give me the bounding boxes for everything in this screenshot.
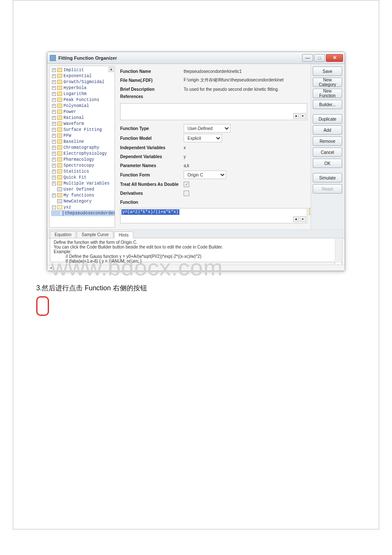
expand-toggle-icon[interactable]: + bbox=[52, 182, 56, 185]
reset-button[interactable]: Reset bbox=[313, 184, 342, 194]
tree-item-pfw[interactable]: +PFW bbox=[51, 133, 115, 139]
remove-button[interactable]: Remove bbox=[313, 136, 342, 146]
expand-toggle-icon[interactable]: + bbox=[52, 176, 56, 179]
expand-toggle-icon[interactable]: + bbox=[52, 194, 56, 197]
save-button[interactable]: Save bbox=[313, 66, 342, 76]
folder-user-icon bbox=[57, 187, 62, 191]
tab-hints[interactable]: Hints bbox=[114, 231, 133, 238]
expand-toggle-icon[interactable]: + bbox=[52, 140, 56, 144]
tree-item-spectroscopy[interactable]: +Spectroscopy bbox=[51, 162, 115, 168]
scroll-right-icon[interactable]: ▸ bbox=[300, 216, 306, 222]
tab-equation[interactable]: Equation bbox=[50, 231, 76, 238]
function-label: Function bbox=[120, 200, 182, 205]
references-textarea[interactable]: ▲ ▸ bbox=[120, 103, 307, 120]
expand-toggle-icon[interactable]: + bbox=[52, 158, 56, 162]
treat-as-double-checkbox[interactable]: ✓ bbox=[184, 182, 189, 187]
close-button[interactable]: ✕ bbox=[326, 54, 343, 62]
tree-item-surface-fitting[interactable]: +Surface Fitting bbox=[51, 127, 115, 133]
expand-toggle-icon[interactable]: − bbox=[52, 205, 56, 209]
expand-toggle-icon[interactable]: + bbox=[52, 170, 56, 173]
simulate-button[interactable]: Simulate bbox=[313, 173, 342, 182]
maximize-button[interactable]: □ bbox=[314, 54, 325, 62]
dependent-variables-label: Dependent Variables bbox=[120, 154, 182, 159]
titlebar[interactable]: Fitting Function Organizer — □ ✕ bbox=[47, 52, 345, 64]
new-function-button[interactable]: New Function bbox=[313, 89, 342, 98]
expand-toggle-icon[interactable] bbox=[52, 199, 56, 203]
function-model-select[interactable]: Explicit bbox=[184, 134, 222, 142]
tree-item-baseline[interactable]: +Baseline bbox=[51, 139, 115, 145]
horizontal-scrollbar[interactable]: ◂ bbox=[47, 265, 345, 271]
treat-as-double-label: Treat All Numbers As Double bbox=[120, 182, 182, 187]
add-button[interactable]: Add bbox=[313, 125, 342, 135]
scrollbar[interactable] bbox=[335, 239, 341, 261]
folder-icon bbox=[57, 110, 62, 114]
expand-toggle-icon[interactable]: + bbox=[52, 134, 56, 138]
scroll-up-icon[interactable]: ▲ bbox=[293, 113, 299, 119]
hints-panel: Define the function with the form of Ori… bbox=[50, 238, 342, 262]
new-category-button[interactable]: New Category bbox=[313, 78, 342, 87]
expand-toggle-icon[interactable] bbox=[61, 211, 61, 215]
function-name-label: Function Name bbox=[120, 69, 182, 74]
tree-item-newcategory[interactable]: NewCategory bbox=[51, 198, 115, 204]
tree-item-chromatography[interactable]: +Chromatography bbox=[51, 145, 115, 150]
tree-item-rational[interactable]: +Rational bbox=[51, 115, 115, 121]
tree-item-thepseudosecondorderkin[interactable]: thepseudosecondorderkin bbox=[51, 210, 115, 216]
expand-toggle-icon[interactable]: + bbox=[52, 74, 56, 78]
expand-toggle-icon[interactable]: + bbox=[52, 104, 56, 108]
tree-item-my-functions[interactable]: +My functions bbox=[51, 192, 115, 198]
function-form-select[interactable]: Origin C bbox=[184, 171, 226, 179]
expand-toggle-icon[interactable]: + bbox=[52, 164, 56, 168]
expand-toggle-icon[interactable]: + bbox=[52, 128, 56, 132]
derivatives-label: Derivatives bbox=[120, 191, 182, 196]
tree-item-statistics[interactable]: +Statistics bbox=[51, 168, 115, 174]
tab-sample-curve[interactable]: Sample Curve bbox=[77, 231, 113, 238]
function-type-select[interactable]: User-Defined bbox=[184, 124, 231, 133]
tree-item-quick-fit[interactable]: +Quick Fit bbox=[51, 174, 115, 180]
tree-item-label: Peak Functions bbox=[63, 98, 99, 102]
category-tree[interactable]: ▲ +Implicit+Exponential+Growth/Sigmoidal… bbox=[49, 66, 115, 228]
code-builder-icon[interactable]: 🖉 bbox=[309, 208, 311, 215]
tree-item-power[interactable]: +Power bbox=[51, 109, 115, 115]
expand-toggle-icon[interactable]: + bbox=[52, 98, 56, 102]
tree-item-polynomial[interactable]: +Polynomial bbox=[51, 103, 115, 109]
expand-toggle-icon[interactable]: + bbox=[52, 110, 56, 114]
tree-item-user-defined[interactable]: User Defined bbox=[51, 186, 115, 192]
expand-toggle-icon[interactable]: + bbox=[52, 116, 56, 120]
cancel-button[interactable]: Cancel bbox=[313, 147, 342, 157]
duplicate-button[interactable]: Duplicate bbox=[313, 114, 342, 124]
folder-icon bbox=[57, 68, 62, 72]
scroll-up-icon[interactable]: ▲ bbox=[293, 216, 299, 222]
tree-item-pharmacology[interactable]: +Pharmacology bbox=[51, 156, 115, 162]
tree-item-yxz[interactable]: −yxz bbox=[51, 204, 115, 210]
tree-item-label: Multiple Variables bbox=[63, 181, 110, 186]
tree-item-exponential[interactable]: +Exponential bbox=[51, 73, 115, 79]
expand-toggle-icon[interactable]: + bbox=[52, 68, 56, 72]
tree-item-implicit[interactable]: +Implicit bbox=[51, 67, 115, 73]
expand-toggle-icon[interactable]: + bbox=[52, 122, 56, 126]
tree-item-hyperbola[interactable]: +Hyperbola bbox=[51, 85, 115, 91]
expand-toggle-icon[interactable]: + bbox=[52, 80, 56, 84]
dialog-title: Fitting Function Organizer bbox=[58, 55, 300, 61]
tree-item-label: Quick Fit bbox=[63, 175, 86, 180]
expand-toggle-icon[interactable] bbox=[52, 188, 56, 191]
scroll-right-icon[interactable]: ▸ bbox=[300, 113, 306, 119]
tree-item-logarithm[interactable]: +Logarithm bbox=[51, 91, 115, 97]
expand-toggle-icon[interactable]: + bbox=[52, 92, 56, 96]
expand-toggle-icon[interactable]: + bbox=[52, 146, 56, 150]
tree-item-waveform[interactable]: +Waveform bbox=[51, 121, 115, 127]
tree-item-growth-sigmoidal[interactable]: +Growth/Sigmoidal bbox=[51, 79, 115, 85]
tree-item-electrophysiology[interactable]: +Electrophysiology bbox=[51, 150, 115, 156]
scroll-left-icon[interactable]: ◂ bbox=[50, 266, 55, 271]
derivatives-checkbox[interactable] bbox=[184, 191, 189, 196]
expand-toggle-icon[interactable]: + bbox=[52, 86, 56, 90]
function-code-box[interactable]: y=(a^2)*k*x)/(1+a*k*x) ▲ ▸ bbox=[120, 208, 307, 223]
tree-item-peak-functions[interactable]: +Peak Functions bbox=[51, 97, 115, 103]
folder-icon bbox=[57, 92, 62, 96]
expand-toggle-icon[interactable]: + bbox=[52, 152, 56, 156]
ok-button[interactable]: OK bbox=[313, 159, 342, 168]
tree-item-multiple-variables[interactable]: +Multiple Variables bbox=[51, 180, 115, 186]
minimize-button[interactable]: — bbox=[302, 54, 313, 62]
scroll-up-icon[interactable]: ▲ bbox=[109, 67, 114, 72]
action-button-pane: Save New Category New Function Builder..… bbox=[311, 64, 345, 229]
builder-button[interactable]: Builder... bbox=[313, 100, 342, 109]
